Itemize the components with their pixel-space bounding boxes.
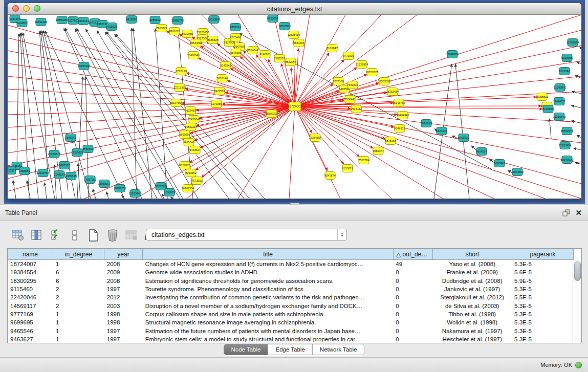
network-node[interactable]: 9466161 xyxy=(78,17,89,25)
network-node[interactable]: 18107554 xyxy=(170,99,182,107)
column-header[interactable]: title xyxy=(143,249,394,260)
network-node[interactable]: 2718126 xyxy=(176,68,186,75)
column-header[interactable]: △ out_de… xyxy=(394,249,433,260)
network-window-titlebar[interactable]: citations_edges.txt xyxy=(8,3,581,15)
network-node[interactable]: 2516442 xyxy=(351,105,361,113)
close-panel-icon[interactable]: ✕ xyxy=(575,208,582,217)
network-node[interactable]: 12444151 xyxy=(553,98,565,105)
network-node[interactable]: 8860128 xyxy=(169,28,180,35)
network-node[interactable]: 16648784 xyxy=(446,51,459,58)
network-node[interactable]: 1864093 xyxy=(293,39,304,47)
memory-status-indicator-icon[interactable] xyxy=(575,362,582,368)
network-node[interactable]: 23420046 xyxy=(187,52,200,59)
network-node[interactable]: 9136979 xyxy=(164,189,175,196)
network-node[interactable]: 17359928 xyxy=(71,149,83,157)
network-node[interactable]: 7573913 xyxy=(191,177,202,185)
network-node[interactable]: 7691919 xyxy=(421,120,431,127)
network-node[interactable]: 18300295 xyxy=(266,110,278,118)
network-node[interactable]: 7857224 xyxy=(230,24,241,31)
vertical-scrollbar[interactable] xyxy=(573,260,581,343)
network-node[interactable]: 9115460 xyxy=(185,107,195,115)
column-header[interactable]: name xyxy=(8,249,53,260)
network-node[interactable]: 16210643 xyxy=(553,113,565,121)
network-node[interactable]: 15692971 xyxy=(561,127,573,135)
network-node[interactable]: 20206576 xyxy=(48,150,60,158)
column-header[interactable]: year xyxy=(104,249,143,260)
network-node[interactable]: 9150976 xyxy=(179,162,190,169)
network-node[interactable]: 9897588 xyxy=(59,162,70,169)
show-columns-icon[interactable] xyxy=(49,229,62,242)
network-node[interactable]: 9777169 xyxy=(333,78,343,85)
network-node[interactable]: 9286922 xyxy=(149,16,160,24)
table-row[interactable]: 1456911722003Disruption of a novel membe… xyxy=(8,301,573,310)
network-node[interactable]: 1170065 xyxy=(211,100,222,108)
network-node[interactable]: 9465546 xyxy=(183,139,194,146)
network-node[interactable]: 19565358 xyxy=(378,78,390,85)
network-node[interactable]: 2936441 xyxy=(344,96,355,103)
network-node[interactable]: 17957253 xyxy=(84,176,96,184)
network-node[interactable]: 3915926 xyxy=(8,167,16,174)
column-header[interactable]: in_degree xyxy=(53,249,104,260)
network-node[interactable]: 9772090 xyxy=(343,52,354,60)
network-node[interactable]: 9875685 xyxy=(230,49,241,57)
network-node[interactable]: 20691406 xyxy=(35,18,47,26)
network-node[interactable]: 9329966 xyxy=(561,54,572,62)
close-window-button[interactable] xyxy=(12,5,19,12)
network-node[interactable]: 6793919 xyxy=(458,134,469,142)
network-node[interactable]: 12093872 xyxy=(554,84,566,92)
network-node[interactable]: 22420046 xyxy=(188,116,200,123)
network-canvas[interactable]: 7963822886012889129552322605893275068186… xyxy=(8,15,581,199)
network-node[interactable]: 14569117 xyxy=(185,123,197,131)
tab-network-table[interactable]: Network Table xyxy=(313,344,364,355)
network-node[interactable]: 1846049 xyxy=(65,134,76,142)
network-node[interactable]: 8215955 xyxy=(542,105,553,113)
network-node[interactable]: 19218506 xyxy=(278,23,291,30)
table-row[interactable]: 977716911998Corpus callosum shape and si… xyxy=(8,310,573,318)
network-node[interactable]: 12342757 xyxy=(37,169,49,177)
network-node[interactable]: 9146821 xyxy=(259,51,270,58)
network-node[interactable]: 1093843 xyxy=(494,160,505,167)
column-header[interactable]: pagerank xyxy=(512,249,574,260)
network-node[interactable]: 8854749 xyxy=(247,47,258,54)
network-node[interactable]: 8186328 xyxy=(207,36,218,44)
network-node[interactable]: 1350515 xyxy=(66,172,76,180)
delete-table-icon[interactable] xyxy=(106,229,119,242)
network-node[interactable]: 16782759 xyxy=(114,185,126,192)
network-node[interactable]: 2560693 xyxy=(82,145,93,153)
network-node[interactable]: 18253454 xyxy=(386,88,399,96)
network-node[interactable]: 19384554 xyxy=(309,134,321,142)
network-node[interactable]: 9699695 xyxy=(179,131,190,139)
network-node[interactable]: 8912955 xyxy=(182,30,192,38)
network-node[interactable]: 16543382 xyxy=(190,39,202,47)
network-node[interactable]: 7615528 xyxy=(106,23,117,31)
network-node[interactable]: 15958831 xyxy=(536,93,548,101)
network-node[interactable]: 8290962 xyxy=(185,169,196,177)
network-node[interactable]: 12923448 xyxy=(129,190,141,198)
table-row[interactable]: 1872400712008Changes of HCN gene express… xyxy=(8,260,573,268)
network-node[interactable]: 9582377 xyxy=(373,147,383,155)
network-node[interactable]: 9242848 xyxy=(220,62,231,70)
network-node[interactable]: 7507584 xyxy=(358,157,369,164)
network-node[interactable]: 20153346 xyxy=(78,62,90,70)
table-selector-dropdown[interactable]: citations_edges.txt ▲▼ xyxy=(146,229,347,240)
network-node[interactable]: 9275468 xyxy=(230,34,241,41)
network-node[interactable]: 8522057 xyxy=(285,58,296,66)
table-row[interactable]: 2242004622012Investigating the contribut… xyxy=(8,293,573,301)
network-node[interactable]: 16958107 xyxy=(98,180,111,188)
table-row[interactable]: 1938455462009Genome-wide association stu… xyxy=(8,268,573,276)
network-node[interactable]: 10404945 xyxy=(397,112,409,119)
network-node[interactable]: 8541874 xyxy=(324,172,335,180)
network-node[interactable]: 9373149 xyxy=(436,127,447,135)
network-node[interactable]: 12213363 xyxy=(173,84,186,92)
network-node[interactable]: 1156869 xyxy=(19,167,30,175)
network-node[interactable]: 8427552 xyxy=(214,87,225,95)
column-header[interactable]: short xyxy=(433,249,512,260)
float-panel-icon[interactable] xyxy=(562,209,570,216)
network-node[interactable]: 8813054 xyxy=(267,15,278,23)
network-node[interactable]: 9463627 xyxy=(189,146,200,154)
row-height-icon[interactable] xyxy=(68,229,81,242)
network-node[interactable]: 9227343 xyxy=(559,68,570,75)
network-node[interactable]: 10343930 xyxy=(561,156,573,164)
network-node[interactable]: 10653287 xyxy=(56,16,68,24)
network-node[interactable]: 16033809 xyxy=(208,16,220,24)
